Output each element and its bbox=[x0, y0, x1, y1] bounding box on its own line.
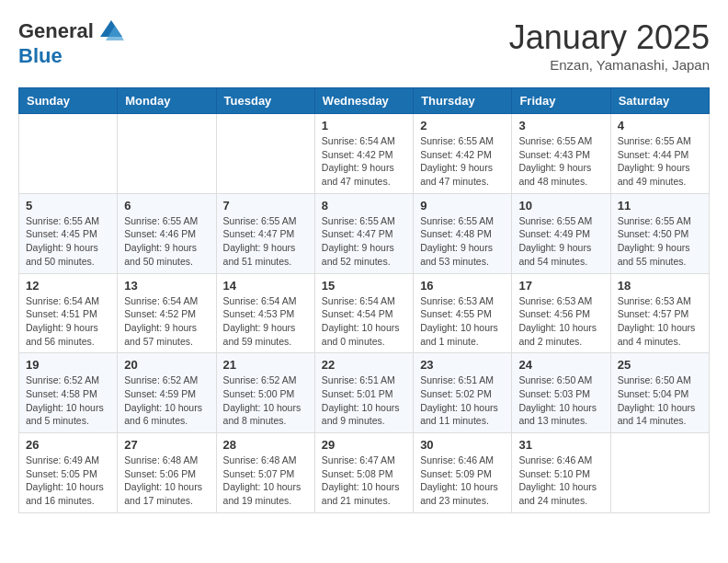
day-info: Sunrise: 6:55 AM Sunset: 4:47 PM Dayligh… bbox=[322, 214, 406, 269]
column-header-tuesday: Tuesday bbox=[216, 88, 314, 114]
calendar-cell: 23Sunrise: 6:51 AM Sunset: 5:02 PM Dayli… bbox=[414, 353, 512, 433]
logo-icon bbox=[98, 18, 124, 44]
page-header: General Blue January 2025 Enzan, Yamanas… bbox=[18, 18, 710, 73]
calendar-cell bbox=[118, 114, 216, 194]
day-number: 13 bbox=[124, 279, 209, 293]
day-number: 25 bbox=[618, 358, 702, 372]
day-info: Sunrise: 6:55 AM Sunset: 4:44 PM Dayligh… bbox=[618, 134, 702, 189]
calendar-cell bbox=[19, 114, 118, 194]
calendar-cell: 17Sunrise: 6:53 AM Sunset: 4:56 PM Dayli… bbox=[512, 273, 610, 353]
day-info: Sunrise: 6:54 AM Sunset: 4:54 PM Dayligh… bbox=[322, 294, 406, 349]
day-number: 18 bbox=[618, 279, 702, 293]
day-info: Sunrise: 6:48 AM Sunset: 5:07 PM Dayligh… bbox=[223, 454, 308, 508]
day-number: 27 bbox=[124, 438, 209, 452]
day-info: Sunrise: 6:52 AM Sunset: 4:59 PM Dayligh… bbox=[124, 373, 209, 428]
calendar-cell: 28Sunrise: 6:48 AM Sunset: 5:07 PM Dayli… bbox=[216, 433, 314, 513]
day-info: Sunrise: 6:54 AM Sunset: 4:52 PM Dayligh… bbox=[124, 294, 209, 349]
calendar-cell: 25Sunrise: 6:50 AM Sunset: 5:04 PM Dayli… bbox=[610, 353, 709, 433]
day-number: 10 bbox=[518, 199, 603, 213]
day-info: Sunrise: 6:55 AM Sunset: 4:45 PM Dayligh… bbox=[26, 214, 110, 269]
month-title: January 2025 bbox=[509, 18, 710, 57]
day-number: 1 bbox=[322, 119, 406, 132]
column-header-thursday: Thursday bbox=[414, 88, 512, 114]
day-info: Sunrise: 6:55 AM Sunset: 4:42 PM Dayligh… bbox=[420, 134, 505, 189]
week-row-1: 1Sunrise: 6:54 AM Sunset: 4:42 PM Daylig… bbox=[19, 114, 710, 194]
day-number: 23 bbox=[420, 358, 505, 372]
day-number: 28 bbox=[223, 438, 308, 452]
day-info: Sunrise: 6:51 AM Sunset: 5:02 PM Dayligh… bbox=[420, 373, 505, 428]
calendar-header-row: SundayMondayTuesdayWednesdayThursdayFrid… bbox=[19, 88, 710, 114]
week-row-2: 5Sunrise: 6:55 AM Sunset: 4:45 PM Daylig… bbox=[19, 193, 710, 273]
calendar-cell: 12Sunrise: 6:54 AM Sunset: 4:51 PM Dayli… bbox=[19, 273, 118, 353]
day-number: 31 bbox=[518, 438, 603, 452]
calendar-cell: 6Sunrise: 6:55 AM Sunset: 4:46 PM Daylig… bbox=[118, 193, 216, 273]
calendar-cell: 27Sunrise: 6:48 AM Sunset: 5:06 PM Dayli… bbox=[118, 433, 216, 513]
location-subtitle: Enzan, Yamanashi, Japan bbox=[509, 57, 710, 73]
day-number: 16 bbox=[420, 279, 505, 293]
calendar-cell: 9Sunrise: 6:55 AM Sunset: 4:48 PM Daylig… bbox=[414, 193, 512, 273]
calendar-cell: 5Sunrise: 6:55 AM Sunset: 4:45 PM Daylig… bbox=[19, 193, 118, 273]
day-info: Sunrise: 6:53 AM Sunset: 4:56 PM Dayligh… bbox=[518, 294, 603, 349]
day-info: Sunrise: 6:50 AM Sunset: 5:04 PM Dayligh… bbox=[618, 373, 702, 428]
day-info: Sunrise: 6:54 AM Sunset: 4:51 PM Dayligh… bbox=[26, 294, 110, 349]
day-info: Sunrise: 6:48 AM Sunset: 5:06 PM Dayligh… bbox=[124, 454, 209, 508]
day-number: 20 bbox=[124, 358, 209, 372]
calendar-cell: 8Sunrise: 6:55 AM Sunset: 4:47 PM Daylig… bbox=[314, 193, 413, 273]
calendar-cell: 26Sunrise: 6:49 AM Sunset: 5:05 PM Dayli… bbox=[19, 433, 118, 513]
column-header-monday: Monday bbox=[118, 88, 216, 114]
week-row-5: 26Sunrise: 6:49 AM Sunset: 5:05 PM Dayli… bbox=[19, 433, 710, 513]
calendar-cell: 15Sunrise: 6:54 AM Sunset: 4:54 PM Dayli… bbox=[314, 273, 413, 353]
day-info: Sunrise: 6:50 AM Sunset: 5:03 PM Dayligh… bbox=[518, 373, 603, 428]
calendar-cell: 11Sunrise: 6:55 AM Sunset: 4:50 PM Dayli… bbox=[610, 193, 709, 273]
logo: General Blue bbox=[18, 18, 124, 68]
calendar-cell: 1Sunrise: 6:54 AM Sunset: 4:42 PM Daylig… bbox=[314, 114, 413, 194]
day-info: Sunrise: 6:46 AM Sunset: 5:09 PM Dayligh… bbox=[420, 454, 505, 508]
day-info: Sunrise: 6:55 AM Sunset: 4:49 PM Dayligh… bbox=[518, 214, 603, 269]
day-number: 7 bbox=[223, 199, 308, 213]
logo-general-text: General bbox=[18, 19, 94, 43]
calendar-cell: 3Sunrise: 6:55 AM Sunset: 4:43 PM Daylig… bbox=[512, 114, 610, 194]
day-info: Sunrise: 6:53 AM Sunset: 4:57 PM Dayligh… bbox=[618, 294, 702, 349]
day-info: Sunrise: 6:55 AM Sunset: 4:46 PM Dayligh… bbox=[124, 214, 209, 269]
column-header-sunday: Sunday bbox=[19, 88, 118, 114]
day-info: Sunrise: 6:55 AM Sunset: 4:48 PM Dayligh… bbox=[420, 214, 505, 269]
calendar-cell: 14Sunrise: 6:54 AM Sunset: 4:53 PM Dayli… bbox=[216, 273, 314, 353]
column-header-saturday: Saturday bbox=[610, 88, 709, 114]
day-number: 24 bbox=[518, 358, 603, 372]
day-number: 2 bbox=[420, 119, 505, 132]
title-section: January 2025 Enzan, Yamanashi, Japan bbox=[509, 18, 710, 73]
day-number: 19 bbox=[26, 358, 110, 372]
day-info: Sunrise: 6:51 AM Sunset: 5:01 PM Dayligh… bbox=[322, 373, 406, 428]
day-info: Sunrise: 6:54 AM Sunset: 4:42 PM Dayligh… bbox=[322, 134, 406, 189]
calendar-cell: 20Sunrise: 6:52 AM Sunset: 4:59 PM Dayli… bbox=[118, 353, 216, 433]
day-number: 17 bbox=[518, 279, 603, 293]
day-number: 14 bbox=[223, 279, 308, 293]
column-header-friday: Friday bbox=[512, 88, 610, 114]
day-info: Sunrise: 6:55 AM Sunset: 4:43 PM Dayligh… bbox=[518, 134, 603, 189]
day-number: 22 bbox=[322, 358, 406, 372]
calendar-cell: 31Sunrise: 6:46 AM Sunset: 5:10 PM Dayli… bbox=[512, 433, 610, 513]
calendar-cell bbox=[216, 114, 314, 194]
day-number: 30 bbox=[420, 438, 505, 452]
calendar-cell: 22Sunrise: 6:51 AM Sunset: 5:01 PM Dayli… bbox=[314, 353, 413, 433]
calendar-cell: 2Sunrise: 6:55 AM Sunset: 4:42 PM Daylig… bbox=[414, 114, 512, 194]
logo-blue-text: Blue bbox=[18, 44, 63, 68]
calendar-cell: 4Sunrise: 6:55 AM Sunset: 4:44 PM Daylig… bbox=[610, 114, 709, 194]
column-header-wednesday: Wednesday bbox=[314, 88, 413, 114]
week-row-4: 19Sunrise: 6:52 AM Sunset: 4:58 PM Dayli… bbox=[19, 353, 710, 433]
day-number: 11 bbox=[618, 199, 702, 213]
calendar-cell bbox=[610, 433, 709, 513]
calendar-table: SundayMondayTuesdayWednesdayThursdayFrid… bbox=[18, 87, 710, 513]
calendar-cell: 21Sunrise: 6:52 AM Sunset: 5:00 PM Dayli… bbox=[216, 353, 314, 433]
day-info: Sunrise: 6:53 AM Sunset: 4:55 PM Dayligh… bbox=[420, 294, 505, 349]
calendar-cell: 10Sunrise: 6:55 AM Sunset: 4:49 PM Dayli… bbox=[512, 193, 610, 273]
calendar-cell: 29Sunrise: 6:47 AM Sunset: 5:08 PM Dayli… bbox=[314, 433, 413, 513]
day-info: Sunrise: 6:52 AM Sunset: 5:00 PM Dayligh… bbox=[223, 373, 308, 428]
week-row-3: 12Sunrise: 6:54 AM Sunset: 4:51 PM Dayli… bbox=[19, 273, 710, 353]
day-info: Sunrise: 6:47 AM Sunset: 5:08 PM Dayligh… bbox=[322, 454, 406, 508]
day-info: Sunrise: 6:52 AM Sunset: 4:58 PM Dayligh… bbox=[26, 373, 110, 428]
day-number: 29 bbox=[322, 438, 406, 452]
day-info: Sunrise: 6:54 AM Sunset: 4:53 PM Dayligh… bbox=[223, 294, 308, 349]
calendar-cell: 13Sunrise: 6:54 AM Sunset: 4:52 PM Dayli… bbox=[118, 273, 216, 353]
calendar-cell: 16Sunrise: 6:53 AM Sunset: 4:55 PM Dayli… bbox=[414, 273, 512, 353]
